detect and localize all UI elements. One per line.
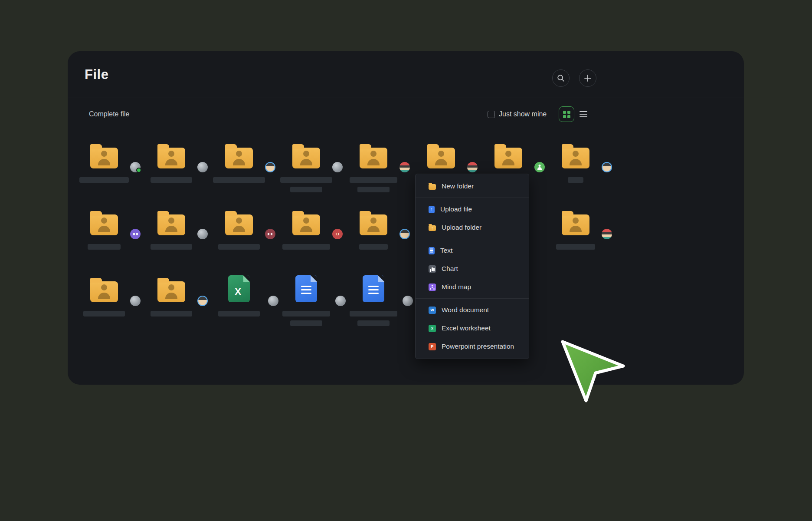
file-icon-wrap [562, 207, 589, 235]
folder-icon [494, 148, 522, 168]
file-name-placeholder [79, 177, 129, 183]
plus-icon [584, 74, 592, 82]
file-icon-wrap: LI [292, 207, 320, 235]
list-view-button[interactable] [574, 106, 590, 122]
grid-view-button[interactable] [559, 106, 574, 122]
new-folder-icon [429, 184, 436, 190]
just-show-mine-checkbox[interactable] [488, 111, 495, 118]
folder-grid-item[interactable] [70, 140, 138, 183]
menu-item-label: Mind map [442, 283, 471, 291]
person-silhouette-icon [90, 148, 118, 168]
person-silhouette-icon [427, 148, 455, 168]
file-name-placeholder [290, 187, 322, 192]
search-button[interactable] [552, 69, 570, 87]
avatar-boy [602, 162, 612, 172]
person-silhouette-icon [292, 148, 320, 168]
folder-grid-item[interactable]: LI [272, 207, 340, 250]
menu-item-label: Word document [442, 306, 489, 314]
folder-grid-item[interactable] [70, 207, 138, 250]
file-grid: LIX [68, 140, 744, 357]
menu-item-text[interactable]: Text [416, 241, 529, 260]
file-name-placeholder [350, 177, 397, 183]
folder-icon [90, 281, 118, 302]
folder-icon [157, 148, 185, 168]
menu-item-label: Upload folder [442, 224, 481, 231]
folder-grid-item[interactable] [542, 207, 609, 250]
menu-item-mind-map[interactable]: Mind map [416, 278, 529, 296]
folder-icon [292, 148, 320, 168]
folder-icon [427, 148, 455, 168]
file-icon-wrap [360, 140, 387, 168]
file-icon-wrap [90, 207, 118, 235]
menu-item-chart[interactable]: Chart [416, 260, 529, 278]
person-silhouette-icon [225, 148, 253, 168]
toolbar: Complete file Just show mine [68, 99, 744, 130]
doc-file-icon [363, 275, 384, 302]
menu-item-excel-worksheet[interactable]: xExcel worksheet [416, 319, 529, 337]
doc-lines-icon [301, 286, 311, 287]
menu-item-new-folder[interactable]: New folder [416, 177, 529, 195]
avatar-cat [403, 296, 413, 306]
menu-group: WWord documentxExcel worksheetPPowerpoin… [416, 299, 529, 358]
file-icon-wrap [157, 207, 185, 235]
folder-grid-item[interactable] [205, 207, 273, 250]
menu-item-label: New folder [442, 182, 474, 190]
powerpoint-icon: P [429, 343, 436, 350]
file-icon-wrap [295, 274, 317, 302]
add-button[interactable] [579, 69, 596, 87]
upload-folder-icon [429, 225, 436, 231]
file-name-placeholder [213, 177, 265, 183]
doc-grid-item[interactable] [272, 274, 340, 326]
person-silhouette-icon [225, 214, 253, 235]
folder-grid-item[interactable] [138, 207, 205, 250]
window-header: File [68, 51, 744, 98]
folder-icon [90, 214, 118, 235]
doc-file-icon [295, 275, 317, 302]
folder-icon [360, 214, 387, 235]
folder-grid-item[interactable] [138, 140, 205, 183]
menu-item-label: Upload file [440, 205, 472, 213]
folder-icon [562, 148, 589, 168]
file-icon-wrap [427, 140, 455, 168]
folder-grid-item[interactable] [205, 140, 273, 183]
search-icon [557, 74, 565, 82]
file-name-placeholder [568, 177, 583, 183]
excel-letter: X [228, 281, 248, 302]
folder-grid-item[interactable] [70, 274, 138, 317]
excel-file-icon: X [228, 275, 250, 302]
menu-item-word-document[interactable]: WWord document [416, 301, 529, 319]
file-name-placeholder [290, 320, 322, 326]
file-name-placeholder [151, 177, 192, 183]
menu-item-upload-file[interactable]: Upload file [416, 200, 529, 218]
file-icon-wrap [225, 140, 253, 168]
word-icon: W [429, 307, 436, 314]
grid-view-icon [563, 111, 570, 118]
folder-icon [360, 148, 387, 168]
file-name-placeholder [282, 244, 330, 250]
doc-grid-item[interactable] [340, 274, 407, 326]
person-silhouette-icon [494, 148, 522, 168]
folder-grid-item[interactable] [272, 140, 340, 192]
avatar-girl [602, 229, 612, 239]
folder-grid-item[interactable] [340, 140, 407, 192]
file-icon-wrap: X [228, 274, 250, 302]
file-name-placeholder [359, 244, 388, 250]
folder-grid-item[interactable] [138, 274, 205, 317]
just-show-mine-label[interactable]: Just show mine [499, 110, 547, 118]
folder-icon [157, 214, 185, 235]
folder-grid-item[interactable] [542, 140, 609, 183]
menu-group: Upload fileUpload folder [416, 198, 529, 239]
toolbar-right: Just show mine [488, 99, 590, 130]
list-view-icon [580, 111, 587, 118]
folder-icon [225, 148, 253, 168]
person-silhouette-icon [90, 281, 118, 302]
person-silhouette-icon [157, 214, 185, 235]
file-name-placeholder [88, 244, 121, 250]
menu-item-upload-folder[interactable]: Upload folder [416, 218, 529, 237]
excel-grid-item[interactable]: X [205, 274, 273, 317]
file-icon-wrap [562, 140, 589, 168]
menu-item-powerpoint-presentation[interactable]: PPowerpoint presentation [416, 337, 529, 356]
file-icon-wrap [157, 274, 185, 302]
folder-grid-item[interactable] [340, 207, 407, 250]
file-name-placeholder [556, 244, 595, 250]
